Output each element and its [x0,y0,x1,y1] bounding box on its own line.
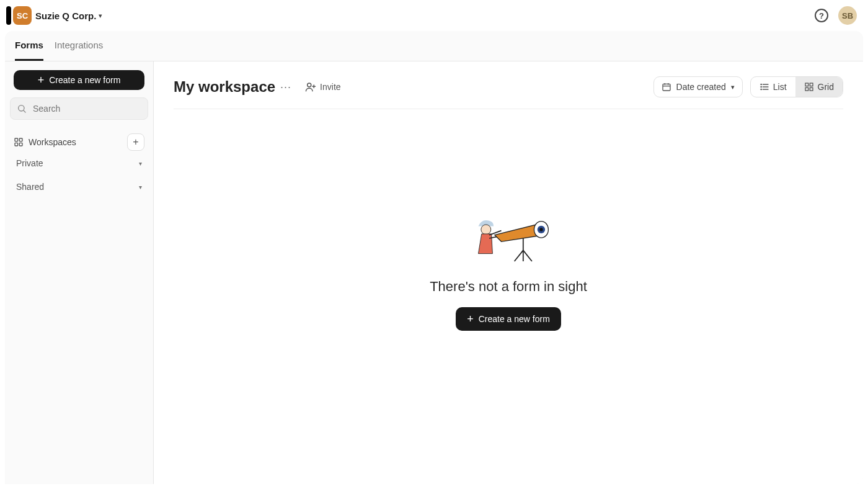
caret-down-icon: ▾ [139,184,142,191]
sidebar-item-private[interactable]: Private ▾ [14,152,144,174]
svg-rect-3 [19,138,22,141]
create-form-label: Create a new form [49,75,120,85]
svg-rect-4 [15,143,18,146]
add-workspace-button[interactable]: + [127,133,144,151]
empty-state: There's not a form in sight + Create a n… [174,91,843,451]
svg-line-1 [24,110,25,112]
top-header-right: ? SB [815,6,862,25]
empty-state-title: There's not a form in sight [430,279,587,295]
create-form-button-empty[interactable]: + Create a new form [456,307,561,331]
top-header: SC Suzie Q Corp. ▾ ? SB [0,0,868,31]
plus-icon: + [38,74,45,86]
app-body: Forms Integrations + Create a new form W… [5,31,863,484]
brand-logo-bar [6,6,11,25]
sidebar-item-label: Shared [16,182,44,192]
tab-forms[interactable]: Forms [15,40,43,61]
svg-point-18 [761,89,761,89]
user-avatar[interactable]: SB [838,6,857,25]
org-avatar[interactable]: SC [13,6,32,25]
sidebar: + Create a new form Workspaces + Private… [5,61,154,484]
svg-point-6 [308,83,311,87]
svg-rect-5 [19,143,22,146]
workspaces-heading: Workspaces [29,137,122,147]
svg-point-16 [761,84,761,84]
org-name: Suzie Q Corp. [35,11,96,21]
create-form-label: Create a new form [479,314,550,324]
svg-rect-2 [15,138,18,141]
search-wrap[interactable] [10,97,148,120]
search-icon [17,104,27,114]
svg-rect-20 [810,83,813,86]
sidebar-item-shared[interactable]: Shared ▾ [14,176,144,198]
svg-point-23 [481,225,491,235]
sidebar-item-label: Private [16,158,43,168]
sidebar-workspaces-section: Workspaces + Private ▾ Shared ▾ [14,133,144,198]
org-switcher[interactable]: Suzie Q Corp. ▾ [35,11,102,21]
chevron-down-icon: ▾ [99,12,102,20]
help-icon[interactable]: ? [815,9,828,22]
workspaces-heading-row: Workspaces + [14,133,144,151]
svg-rect-9 [663,84,670,91]
svg-point-26 [539,228,542,231]
top-tabs: Forms Integrations [5,31,863,61]
tab-integrations[interactable]: Integrations [55,40,103,61]
workspaces-icon [14,137,24,147]
caret-down-icon: ▾ [139,160,142,167]
search-input[interactable] [32,103,141,114]
chevron-down-icon: ▾ [731,83,735,91]
svg-line-29 [523,250,532,261]
brand-block: SC Suzie Q Corp. ▾ [6,6,102,25]
content-row: + Create a new form Workspaces + Private… [5,61,863,484]
svg-line-28 [515,250,523,261]
svg-point-0 [19,105,24,111]
telescope-illustration [462,210,555,266]
plus-icon: + [467,313,474,325]
svg-rect-19 [805,83,808,86]
create-form-button-sidebar[interactable]: + Create a new form [14,70,144,90]
main-panel: My workspace ··· Invite Date created ▾ [154,61,863,484]
svg-point-17 [761,86,761,87]
